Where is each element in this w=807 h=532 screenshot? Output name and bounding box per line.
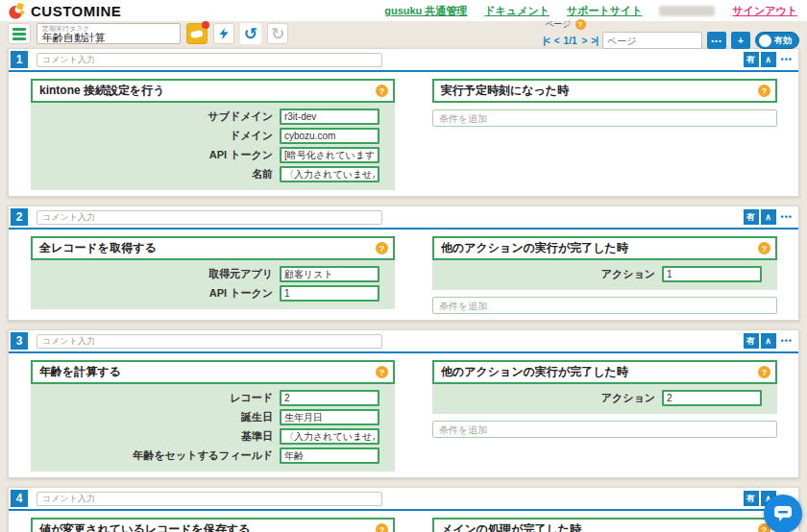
- action-block-4: 4 有 ∧ ••• 値が変更されているレコードを保存する ? API ト: [8, 487, 799, 532]
- comment-input[interactable]: [37, 53, 382, 67]
- field-input-name[interactable]: [280, 166, 379, 182]
- field-label: ドメイン: [230, 129, 273, 143]
- logo-text: CUSTOMINE: [31, 3, 121, 19]
- toggle-knob-icon: [759, 35, 771, 47]
- field-input-api-token[interactable]: [280, 147, 379, 163]
- comment-input[interactable]: [37, 210, 382, 225]
- action-block-3: 3 有 ∧ ••• 年齢を計算する ? レコード: [8, 329, 799, 478]
- page-label: ページ: [545, 18, 571, 31]
- block-number: 1: [11, 51, 28, 68]
- enabled-badge-button[interactable]: 有: [744, 333, 759, 349]
- page-name-input[interactable]: [602, 32, 702, 49]
- page-indicator[interactable]: 1/1: [564, 36, 577, 46]
- action-select[interactable]: 年齢を計算する ?: [31, 360, 395, 384]
- field-input-subdomain[interactable]: [280, 109, 379, 125]
- field-input-action-ref[interactable]: [662, 266, 762, 282]
- last-page-button[interactable]: >|: [591, 36, 598, 46]
- action-select[interactable]: kintone 接続設定を行う ?: [31, 79, 395, 103]
- field-label: アクション: [601, 391, 655, 405]
- top-links: gusuku 共通管理 ドキュメント サポートサイト サインアウト: [384, 4, 797, 18]
- help-icon[interactable]: ?: [376, 85, 388, 97]
- field-input-source-app[interactable]: [280, 266, 379, 282]
- link-support-site[interactable]: サポートサイト: [567, 4, 643, 18]
- run-button[interactable]: [213, 23, 234, 44]
- toggle-label: 有効: [774, 35, 792, 47]
- field-label: API トークン: [209, 286, 273, 301]
- collapse-button[interactable]: ∧: [761, 333, 776, 349]
- toolbar: 定期実行タスク 年齢自動計算 ↺ ↺ ページ ?: [0, 21, 807, 46]
- field-input-api-token[interactable]: [280, 285, 379, 302]
- enabled-toggle[interactable]: 有効: [755, 32, 799, 49]
- field-input-age-field[interactable]: [280, 447, 379, 464]
- add-condition-input[interactable]: [432, 297, 777, 314]
- action-block-1: 1 有 ∧ ••• kintone 接続設定を行う ? サブドメイン: [8, 48, 799, 197]
- add-condition-input[interactable]: [432, 109, 777, 127]
- help-icon[interactable]: ?: [758, 242, 770, 254]
- enabled-badge-button[interactable]: 有: [744, 52, 759, 67]
- page-more-button[interactable]: •••: [707, 32, 726, 49]
- task-name-value: 年齢自動計算: [42, 33, 175, 43]
- help-icon[interactable]: ?: [376, 523, 388, 532]
- redo-icon: ↺: [271, 26, 284, 42]
- action-select[interactable]: 値が変更されているレコードを保存する ?: [31, 518, 395, 532]
- add-page-button[interactable]: +: [731, 32, 750, 49]
- field-input-action-ref[interactable]: [662, 390, 762, 406]
- help-icon[interactable]: ?: [758, 366, 770, 378]
- field-input-record[interactable]: [280, 390, 379, 406]
- field-label: 誕生日: [241, 410, 273, 424]
- page-help-icon[interactable]: ?: [575, 19, 586, 30]
- collapse-button[interactable]: ∧: [761, 209, 776, 225]
- redo-button[interactable]: ↺: [267, 23, 288, 44]
- notification-dot: [202, 21, 209, 29]
- trigger-select[interactable]: メインの処理が完了した時 ?: [432, 518, 777, 532]
- notification-button[interactable]: [186, 23, 208, 44]
- chat-bubble-icon: [773, 505, 793, 522]
- enabled-badge-button[interactable]: 有: [744, 491, 759, 506]
- block-more-button[interactable]: •••: [778, 336, 795, 346]
- field-label: 年齢をセットするフィールド: [133, 448, 273, 463]
- collapse-button[interactable]: ∧: [761, 52, 776, 67]
- trigger-select[interactable]: 実行予定時刻になった時 ?: [432, 79, 777, 103]
- prev-page-button[interactable]: <: [554, 36, 559, 46]
- field-input-birthday[interactable]: [280, 409, 379, 425]
- action-title: kintone 接続設定を行う: [39, 83, 165, 99]
- undo-button[interactable]: ↺: [240, 23, 261, 44]
- action-block-2: 2 有 ∧ ••• 全レコードを取得する ? 取得元アプリ: [8, 206, 799, 321]
- action-select[interactable]: 全レコードを取得する ?: [31, 236, 395, 260]
- field-label: API トークン: [209, 148, 273, 162]
- field-label: 取得元アプリ: [208, 267, 273, 281]
- link-documents[interactable]: ドキュメント: [484, 4, 550, 18]
- signout-link[interactable]: サインアウト: [732, 4, 797, 18]
- trigger-select[interactable]: 他のアクションの実行が完了した時 ?: [432, 236, 777, 260]
- block-more-button[interactable]: •••: [778, 55, 795, 64]
- undo-icon: ↺: [244, 26, 257, 42]
- field-label: 基準日: [241, 429, 273, 444]
- field-input-base-date[interactable]: [280, 428, 379, 445]
- menu-button[interactable]: [8, 23, 31, 44]
- trigger-select[interactable]: 他のアクションの実行が完了した時 ?: [432, 360, 777, 384]
- help-icon[interactable]: ?: [758, 85, 770, 97]
- action-title: 全レコードを取得する: [39, 240, 157, 256]
- field-label: 名前: [252, 167, 273, 181]
- help-icon[interactable]: ?: [376, 242, 388, 254]
- comment-input[interactable]: [37, 334, 382, 349]
- action-title: 年齢を計算する: [39, 364, 121, 380]
- field-label: サブドメイン: [208, 109, 273, 124]
- chat-button[interactable]: [764, 495, 802, 532]
- next-page-button[interactable]: >: [582, 36, 587, 46]
- block-number: 3: [11, 332, 28, 350]
- block-more-button[interactable]: •••: [778, 212, 795, 222]
- first-page-button[interactable]: |<: [543, 36, 550, 46]
- enabled-badge-button[interactable]: 有: [744, 209, 759, 225]
- task-name-field[interactable]: 定期実行タスク 年齢自動計算: [37, 23, 181, 44]
- action-title: 値が変更されているレコードを保存する: [39, 521, 250, 532]
- link-gusuku-admin[interactable]: gusuku 共通管理: [384, 4, 467, 18]
- lightning-icon: [219, 27, 229, 40]
- cloud-icon: [190, 29, 204, 38]
- comment-input[interactable]: [37, 492, 382, 506]
- help-icon[interactable]: ?: [376, 366, 388, 378]
- block-number: 2: [11, 208, 28, 226]
- add-condition-input[interactable]: [432, 421, 777, 438]
- trigger-title: メインの処理が完了した時: [441, 521, 581, 532]
- field-input-domain[interactable]: [280, 128, 379, 144]
